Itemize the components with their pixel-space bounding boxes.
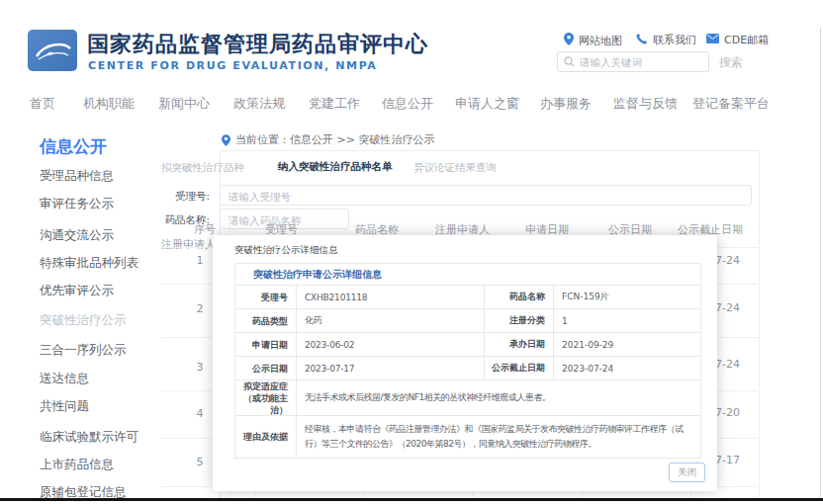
- modal-row-indication: 拟定适应症（或功能主治） 无法手术或术后残留/复发的NF1相关的丛状神经纤维瘤成…: [235, 380, 700, 416]
- tab-included-breakthrough-list[interactable]: 纳入突破性治疗品种名单: [278, 160, 393, 174]
- mail-icon: [706, 34, 719, 46]
- field-value: 2023-07-17: [296, 357, 484, 379]
- sidebar-item-special-approval[interactable]: 特殊审批品种列表: [40, 255, 138, 272]
- nav-item-policy[interactable]: 政策法规: [233, 95, 285, 113]
- field-label: 公示日期: [235, 363, 296, 375]
- sidebar-item-communication[interactable]: 沟通交流公示: [40, 227, 114, 244]
- sidebar-item-common-issues[interactable]: 共性问题: [40, 398, 89, 415]
- field-label: 公示截止日期: [484, 357, 553, 379]
- field-value: 1: [553, 309, 700, 332]
- nav-item-news[interactable]: 新闻中心: [158, 95, 210, 113]
- sidebar-item-three-in-one[interactable]: 三合一序列公示: [40, 342, 127, 359]
- field-label: 药品类型: [235, 315, 296, 327]
- tab-objection-result-query[interactable]: 异议论证结果查询: [413, 161, 497, 175]
- sidebar-item-marketed-drugs[interactable]: 上市药品信息: [40, 457, 114, 473]
- modal-row-publish-date: 公示日期 2023-07-17 公示截止日期 2023-07-24: [235, 357, 700, 380]
- sidebar-item-priority-review[interactable]: 优先审评公示: [40, 283, 114, 299]
- breadcrumb: 当前位置：信息公开 >> 突破性治疗公示: [235, 132, 434, 147]
- field-label: 受理号: [235, 292, 296, 303]
- sidebar-item-delivery-info[interactable]: 送达信息: [40, 371, 89, 387]
- table-row-index: 4: [190, 407, 210, 420]
- acceptance-no-field[interactable]: [220, 185, 752, 206]
- modal-row-drug-type: 药品类型 化药 注册分类 1: [235, 309, 700, 333]
- sidebar-title: 信息公开: [40, 135, 107, 158]
- sidebar-item-review-tasks[interactable]: 审评任务公示: [40, 196, 114, 212]
- acceptance-no-label: 受理号:: [138, 190, 210, 204]
- field-value: 2021-09-29: [553, 333, 700, 356]
- field-value: FCN-159片: [553, 286, 700, 308]
- window-right-edge: [820, 28, 821, 498]
- modal-row-reason: 理由及依据 经审核，本申请符合《药品注册管理办法》和《国家药监局关于发布突破性治…: [235, 416, 700, 458]
- sidebar-item-accepted-varieties[interactable]: 受理品种信息: [40, 168, 114, 185]
- col-header-applicant-wrap: 注册申请人: [161, 237, 216, 252]
- field-label: 注册分类: [484, 309, 553, 332]
- field-label: 承办日期: [484, 333, 553, 356]
- sidebar-item-clinical-trial[interactable]: 临床试验默示许可: [40, 429, 138, 446]
- field-label: 药品名称: [484, 286, 553, 308]
- phone-icon: [636, 33, 648, 47]
- nav-item-info[interactable]: 信息公开: [382, 95, 433, 113]
- nav-item-applicant[interactable]: 申请人之窗: [455, 95, 519, 113]
- nav-item-service[interactable]: 办事服务: [540, 95, 592, 113]
- page: 国家药品监督管理局药品审评中心 CENTER FOR DRUG EVALUATI…: [0, 0, 823, 504]
- swallow-logo-icon: [28, 56, 77, 75]
- field-value: 2023-06-02: [296, 333, 484, 356]
- close-button[interactable]: 关闭: [669, 462, 705, 482]
- modal-section-title: 突破性治疗申请公示详细信息: [235, 264, 700, 286]
- modal-title: 突破性治疗公示详细信息: [234, 244, 338, 257]
- table-row-index: 1: [190, 254, 210, 267]
- quick-link-label: 联系我们: [653, 33, 696, 47]
- search-button[interactable]: 搜索: [719, 54, 743, 71]
- search-icon: [564, 52, 575, 71]
- site-title: 国家药品监督管理局药品审评中心: [87, 30, 428, 59]
- modal-row-apply-date: 申请日期 2023-06-02 承办日期 2021-09-29: [235, 333, 700, 357]
- field-value: CXHB2101118: [296, 286, 484, 308]
- nav-item-register[interactable]: 登记备案平台: [692, 95, 770, 113]
- nav-item-home[interactable]: 首页: [30, 95, 55, 113]
- breakthrough-detail-modal: 突破性治疗公示详细信息 突破性治疗申请公示详细信息 受理号 CXHB210111…: [213, 235, 717, 491]
- field-label: 拟定适应症（或功能主治）: [235, 380, 296, 416]
- cde-logo: [28, 30, 77, 71]
- field-value: 化药: [296, 309, 484, 332]
- acceptance-no-input[interactable]: [221, 188, 751, 207]
- field-label: 理由及依据: [235, 431, 296, 443]
- nav-item-party[interactable]: 党建工作: [309, 95, 360, 113]
- nav-item-org[interactable]: 机构职能: [83, 95, 135, 113]
- tab-proposed-breakthrough[interactable]: 拟突破性治疗品种: [161, 161, 244, 175]
- quick-link-contact[interactable]: 联系我们: [636, 33, 696, 47]
- site-subtitle: CENTER FOR DRUG EVALUATION, NMPA: [88, 59, 377, 72]
- modal-detail-table: 突破性治疗申请公示详细信息 受理号 CXHB2101118 药品名称 FCN-1…: [234, 263, 701, 459]
- field-value: 无法手术或术后残留/复发的NF1相关的丛状神经纤维瘤成人患者。: [296, 380, 700, 415]
- quick-link-sitemap[interactable]: 网站地图: [564, 33, 622, 48]
- field-value: 经审核，本申请符合《药品注册管理办法》和《国家药监局关于发布突破性治疗药物审评工…: [296, 416, 700, 458]
- sidebar-item-breakthrough[interactable]: 突破性治疗公示: [40, 312, 127, 329]
- breadcrumb-pin-icon: [222, 131, 230, 150]
- quick-link-mailbox[interactable]: CDE邮箱: [706, 33, 769, 47]
- field-value: 2023-07-24: [553, 357, 700, 379]
- field-label: 申请日期: [235, 339, 296, 351]
- table-row-index: 3: [190, 361, 210, 374]
- location-pin-icon: [564, 33, 574, 48]
- modal-row-acceptance: 受理号 CXHB2101118 药品名称 FCN-159片: [235, 286, 700, 309]
- window-bottom-edge: [0, 498, 823, 501]
- quick-link-label: CDE邮箱: [724, 33, 769, 47]
- nav-item-supervise[interactable]: 监督与反馈: [613, 95, 678, 113]
- quick-link-label: 网站地图: [579, 34, 622, 48]
- keyword-searchbox[interactable]: [557, 51, 709, 72]
- table-row-index: 5: [190, 456, 210, 468]
- search-input[interactable]: [580, 56, 693, 68]
- table-row-index: 2: [190, 302, 210, 315]
- col-header-index: 序号: [194, 222, 216, 237]
